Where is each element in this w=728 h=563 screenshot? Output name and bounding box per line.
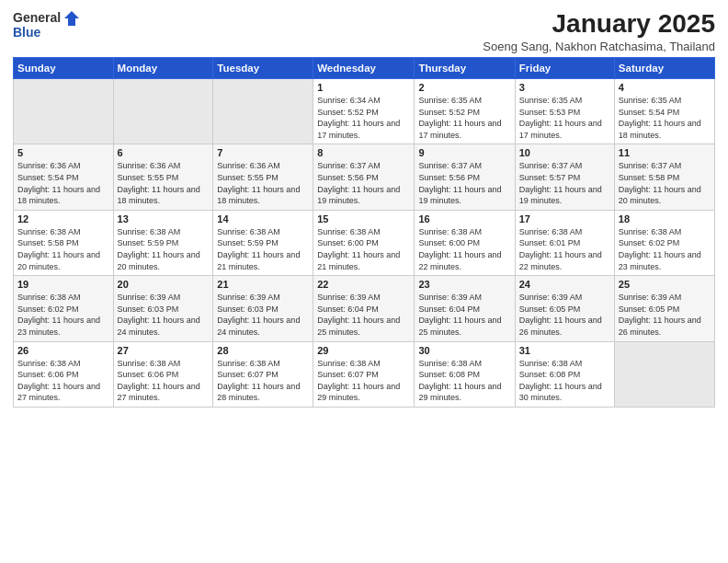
calendar-cell: 15Sunrise: 6:38 AMSunset: 6:00 PMDayligh…	[313, 210, 415, 275]
day-number: 6	[118, 147, 210, 158]
day-number: 13	[118, 213, 210, 224]
day-info: Sunrise: 6:39 AMSunset: 6:03 PMDaylight:…	[118, 292, 210, 338]
day-number: 28	[217, 345, 309, 356]
day-info: Sunrise: 6:39 AMSunset: 6:05 PMDaylight:…	[519, 292, 610, 338]
day-info: Sunrise: 6:38 AMSunset: 6:08 PMDaylight:…	[418, 358, 510, 404]
day-number: 1	[317, 82, 410, 93]
calendar-cell: 25Sunrise: 6:39 AMSunset: 6:05 PMDayligh…	[614, 276, 714, 341]
day-number: 22	[317, 279, 410, 290]
day-number: 18	[619, 213, 711, 224]
calendar-cell: 31Sunrise: 6:38 AMSunset: 6:08 PMDayligh…	[515, 341, 614, 407]
col-friday: Friday	[515, 58, 614, 79]
calendar-cell: 16Sunrise: 6:38 AMSunset: 6:00 PMDayligh…	[415, 210, 515, 275]
day-info: Sunrise: 6:35 AMSunset: 5:52 PMDaylight:…	[418, 95, 510, 141]
day-info: Sunrise: 6:38 AMSunset: 6:02 PMDaylight:…	[619, 226, 711, 272]
day-info: Sunrise: 6:36 AMSunset: 5:55 PMDaylight:…	[118, 160, 210, 206]
calendar-cell: 5Sunrise: 6:36 AMSunset: 5:54 PMDaylight…	[14, 144, 114, 210]
day-number: 31	[519, 345, 610, 356]
calendar-cell: 26Sunrise: 6:38 AMSunset: 6:06 PMDayligh…	[14, 341, 114, 407]
day-number: 9	[418, 147, 510, 158]
calendar-cell: 18Sunrise: 6:38 AMSunset: 6:02 PMDayligh…	[614, 210, 714, 275]
day-info: Sunrise: 6:38 AMSunset: 6:07 PMDaylight:…	[217, 358, 309, 404]
title-block: January 2025 Soeng Sang, Nakhon Ratchasi…	[483, 9, 715, 53]
day-number: 5	[17, 147, 109, 158]
day-info: Sunrise: 6:37 AMSunset: 5:58 PMDaylight:…	[619, 160, 711, 206]
day-info: Sunrise: 6:34 AMSunset: 5:52 PMDaylight:…	[317, 95, 410, 141]
calendar-cell: 4Sunrise: 6:35 AMSunset: 5:54 PMDaylight…	[614, 79, 714, 144]
day-number: 30	[418, 345, 510, 356]
calendar-header-row: Sunday Monday Tuesday Wednesday Thursday…	[14, 58, 715, 79]
day-info: Sunrise: 6:35 AMSunset: 5:54 PMDaylight:…	[619, 95, 711, 141]
day-info: Sunrise: 6:38 AMSunset: 5:58 PMDaylight:…	[17, 226, 109, 272]
day-number: 14	[217, 213, 309, 224]
day-number: 3	[519, 82, 610, 93]
calendar-cell: 30Sunrise: 6:38 AMSunset: 6:08 PMDayligh…	[415, 341, 515, 407]
calendar-week-row: 19Sunrise: 6:38 AMSunset: 6:02 PMDayligh…	[14, 276, 715, 341]
calendar-cell: 1Sunrise: 6:34 AMSunset: 5:52 PMDaylight…	[313, 79, 415, 144]
calendar-week-row: 12Sunrise: 6:38 AMSunset: 5:58 PMDayligh…	[14, 210, 715, 275]
calendar-cell: 22Sunrise: 6:39 AMSunset: 6:04 PMDayligh…	[313, 276, 415, 341]
day-info: Sunrise: 6:38 AMSunset: 6:00 PMDaylight:…	[317, 226, 410, 272]
calendar-cell: 27Sunrise: 6:38 AMSunset: 6:06 PMDayligh…	[113, 341, 213, 407]
day-info: Sunrise: 6:37 AMSunset: 5:56 PMDaylight:…	[317, 160, 410, 206]
day-info: Sunrise: 6:38 AMSunset: 6:01 PMDaylight:…	[519, 226, 610, 272]
day-number: 21	[217, 279, 309, 290]
calendar-cell: 28Sunrise: 6:38 AMSunset: 6:07 PMDayligh…	[213, 341, 313, 407]
col-monday: Monday	[113, 58, 213, 79]
day-info: Sunrise: 6:36 AMSunset: 5:54 PMDaylight:…	[17, 160, 109, 206]
calendar-cell: 12Sunrise: 6:38 AMSunset: 5:58 PMDayligh…	[14, 210, 114, 275]
calendar-cell	[213, 79, 313, 144]
calendar-cell: 6Sunrise: 6:36 AMSunset: 5:55 PMDaylight…	[113, 144, 213, 210]
col-saturday: Saturday	[614, 58, 714, 79]
day-number: 10	[519, 147, 610, 158]
col-sunday: Sunday	[14, 58, 114, 79]
day-number: 23	[418, 279, 510, 290]
calendar-cell: 20Sunrise: 6:39 AMSunset: 6:03 PMDayligh…	[113, 276, 213, 341]
logo-icon	[63, 9, 81, 28]
col-tuesday: Tuesday	[213, 58, 313, 79]
day-info: Sunrise: 6:38 AMSunset: 6:08 PMDaylight:…	[519, 358, 610, 404]
day-info: Sunrise: 6:37 AMSunset: 5:57 PMDaylight:…	[519, 160, 610, 206]
header: General Blue January 2025 Soeng Sang, Na…	[13, 9, 715, 53]
day-number: 15	[317, 213, 410, 224]
day-info: Sunrise: 6:38 AMSunset: 6:07 PMDaylight:…	[317, 358, 410, 404]
calendar-week-row: 26Sunrise: 6:38 AMSunset: 6:06 PMDayligh…	[14, 341, 715, 407]
day-number: 4	[619, 82, 711, 93]
calendar-cell: 8Sunrise: 6:37 AMSunset: 5:56 PMDaylight…	[313, 144, 415, 210]
day-number: 11	[619, 147, 711, 158]
calendar-cell: 21Sunrise: 6:39 AMSunset: 6:03 PMDayligh…	[213, 276, 313, 341]
day-info: Sunrise: 6:39 AMSunset: 6:03 PMDaylight:…	[217, 292, 309, 338]
calendar-cell: 29Sunrise: 6:38 AMSunset: 6:07 PMDayligh…	[313, 341, 415, 407]
day-number: 17	[519, 213, 610, 224]
day-info: Sunrise: 6:38 AMSunset: 6:06 PMDaylight:…	[17, 358, 109, 404]
calendar-location: Soeng Sang, Nakhon Ratchasima, Thailand	[483, 40, 715, 53]
day-info: Sunrise: 6:38 AMSunset: 6:00 PMDaylight:…	[418, 226, 510, 272]
calendar-week-row: 5Sunrise: 6:36 AMSunset: 5:54 PMDaylight…	[14, 144, 715, 210]
day-info: Sunrise: 6:37 AMSunset: 5:56 PMDaylight:…	[418, 160, 510, 206]
logo-blue-text: Blue	[13, 26, 81, 40]
logo-general-text: General	[13, 11, 61, 25]
day-number: 20	[118, 279, 210, 290]
calendar-cell: 3Sunrise: 6:35 AMSunset: 5:53 PMDaylight…	[515, 79, 614, 144]
calendar-table: Sunday Monday Tuesday Wednesday Thursday…	[13, 57, 715, 408]
day-number: 16	[418, 213, 510, 224]
logo: General Blue	[13, 9, 81, 40]
calendar-cell: 23Sunrise: 6:39 AMSunset: 6:04 PMDayligh…	[415, 276, 515, 341]
day-number: 12	[17, 213, 109, 224]
calendar-cell: 24Sunrise: 6:39 AMSunset: 6:05 PMDayligh…	[515, 276, 614, 341]
day-number: 24	[519, 279, 610, 290]
day-number: 2	[418, 82, 510, 93]
calendar-cell: 19Sunrise: 6:38 AMSunset: 6:02 PMDayligh…	[14, 276, 114, 341]
calendar-cell	[14, 79, 114, 144]
calendar-cell: 9Sunrise: 6:37 AMSunset: 5:56 PMDaylight…	[415, 144, 515, 210]
day-info: Sunrise: 6:38 AMSunset: 5:59 PMDaylight:…	[217, 226, 309, 272]
calendar-cell: 2Sunrise: 6:35 AMSunset: 5:52 PMDaylight…	[415, 79, 515, 144]
day-number: 7	[217, 147, 309, 158]
day-info: Sunrise: 6:39 AMSunset: 6:05 PMDaylight:…	[619, 292, 711, 338]
calendar-cell: 7Sunrise: 6:36 AMSunset: 5:55 PMDaylight…	[213, 144, 313, 210]
calendar-cell: 10Sunrise: 6:37 AMSunset: 5:57 PMDayligh…	[515, 144, 614, 210]
day-info: Sunrise: 6:35 AMSunset: 5:53 PMDaylight:…	[519, 95, 610, 141]
day-info: Sunrise: 6:39 AMSunset: 6:04 PMDaylight:…	[418, 292, 510, 338]
day-number: 8	[317, 147, 410, 158]
calendar-cell: 14Sunrise: 6:38 AMSunset: 5:59 PMDayligh…	[213, 210, 313, 275]
